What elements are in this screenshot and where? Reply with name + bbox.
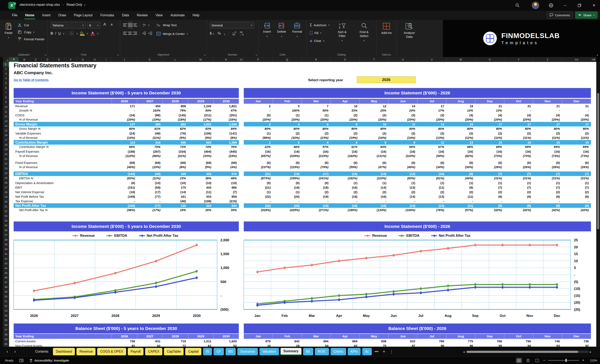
percent-format-button[interactable]: % [218,31,221,36]
cell-value[interactable]: 6 [302,122,331,127]
cell-value[interactable]: (47%) [360,165,388,169]
row-header-36[interactable]: 36 [3,228,9,233]
cell-value[interactable]: - [504,108,533,113]
cell-value[interactable]: (33%) [188,154,213,158]
cell-value[interactable]: (7) [504,172,533,176]
row-header-23[interactable]: 23 [3,166,9,171]
cut-button[interactable]: Cut [17,22,45,28]
year-column-2027[interactable]: 2027 [137,334,162,339]
cell-value[interactable]: (20%) [388,117,417,122]
cell-value[interactable]: (19%) [331,136,360,140]
cell-value[interactable]: 894 [302,339,331,343]
cell-value[interactable]: (2) [360,113,388,117]
cell-value[interactable]: (18%) [162,117,188,122]
cell-value[interactable]: (17) [137,190,162,194]
cell-value[interactable]: - [137,199,162,203]
cell-value[interactable]: (11) [446,203,475,208]
row-header-60[interactable]: 60 [3,342,9,347]
row-header-19[interactable]: 19 [3,147,9,152]
cell-value[interactable]: (8) [446,172,475,176]
cell-value[interactable]: (31%) [533,176,562,181]
sheet-tab-revenue[interactable]: Revenue [76,348,95,355]
cell-value[interactable]: (20%) [360,117,388,122]
column-header-L[interactable]: L [162,57,188,62]
menu-tab-formulas[interactable]: Formulas [97,12,117,19]
cell-value[interactable]: (329%) [273,154,302,158]
cell-value[interactable]: (297) [137,149,162,154]
row-label[interactable]: Depreciation & Amortization [14,181,112,185]
cell-value[interactable]: (20) [273,203,302,208]
cell-value[interactable]: (110%) [388,154,417,158]
row-header-46[interactable]: 46 [3,276,9,280]
cell-value[interactable]: (334) [162,149,188,154]
cell-value[interactable]: (57%) [446,208,475,212]
cell-value[interactable]: 82 [137,343,162,347]
row-header-52[interactable]: 52 [3,304,9,309]
column-header-K[interactable]: K [137,57,162,62]
month-column-Nov[interactable]: Nov [533,334,562,339]
cell-value[interactable]: 433 [188,194,213,199]
month-column-Aug[interactable]: Aug [446,99,475,104]
hidden-tabs-indicator[interactable]: ••• [373,350,380,354]
cell-value[interactable]: (20) [273,194,302,199]
cell-value[interactable]: (9) [475,203,504,208]
row-header-28[interactable]: 28 [3,190,9,195]
cell-value[interactable]: 866 [213,185,239,190]
comma-format-button[interactable]: , [224,31,225,36]
cell-value[interactable]: 324 [188,203,213,208]
cell-value[interactable]: 79% [162,108,188,113]
page-layout-view-icon[interactable] [525,358,531,363]
cell-value[interactable]: 33% [331,108,360,113]
user-avatar[interactable] [532,2,539,9]
row-header-30[interactable]: 30 [3,200,9,204]
cell-value[interactable]: (2) [302,131,331,136]
cell-value[interactable]: 810 [388,339,417,343]
cell-value[interactable]: (2) [562,131,591,136]
cell-value[interactable]: (119%) [273,165,302,169]
year-column-2030[interactable]: 2030 [213,334,239,339]
cell-value[interactable]: (18) [302,185,331,190]
sheet-tab-roic[interactable]: ROIC [315,348,329,355]
cell-value[interactable]: (13) [417,203,446,208]
row-label[interactable]: Revenue [14,104,112,108]
row-label[interactable]: Net Profit After Tax % [14,208,112,212]
cell-value[interactable]: (16) [504,149,533,154]
row-label[interactable]: Variable Expenses [14,131,112,136]
cell-value[interactable]: (1) [360,181,388,185]
cell-value[interactable]: (7) [475,172,504,176]
collapse-ribbon-icon[interactable]: ∨ [596,54,598,57]
column-header-H[interactable]: H [89,57,101,62]
row-header-6[interactable]: 6 [3,86,9,91]
cell-value[interactable]: (6) [388,160,417,165]
cell-value[interactable]: (6) [417,160,446,165]
cell-value[interactable]: 1,389 [213,140,239,145]
row-header-25[interactable]: 25 [3,176,9,181]
cell-value[interactable]: (23%) [302,136,331,140]
row-header-21[interactable]: 21 [3,157,9,162]
cell-value[interactable]: (2) [331,113,360,117]
cell-value[interactable]: (9) [475,194,504,199]
cell-value[interactable]: (19) [273,185,302,190]
month-column-Sep[interactable]: Sep [475,334,504,339]
row-header-2[interactable]: 2 [3,67,9,72]
year-ending-header[interactable]: Year Ending [14,334,112,339]
cell-value[interactable]: (30%) [446,165,475,169]
row-header-22[interactable]: 22 [3,162,9,166]
row-header-48[interactable]: 48 [3,285,9,290]
cell-value[interactable]: 69% [562,145,591,149]
sheet-tab-capex[interactable]: CAPEX [145,348,162,355]
cell-value[interactable]: (1) [417,181,446,185]
cell-value[interactable]: (42%) [475,208,504,212]
cell-value[interactable]: (21) [244,172,273,176]
cell-value[interactable]: 14 [388,104,417,108]
cell-value[interactable]: (61%) [417,176,446,181]
cell-value[interactable]: (211) [188,113,213,117]
year-column-2030[interactable]: 2030 [213,99,239,104]
row-label[interactable]: % of Revenue [14,136,112,140]
cell-value[interactable]: 7 [302,104,331,108]
cell-value[interactable]: 746 [533,339,562,343]
cell-value[interactable]: 4 [273,122,302,127]
cell-value[interactable]: 868 [331,339,360,343]
column-header-U[interactable]: U [388,57,417,62]
cell-value[interactable]: (16) [360,149,388,154]
